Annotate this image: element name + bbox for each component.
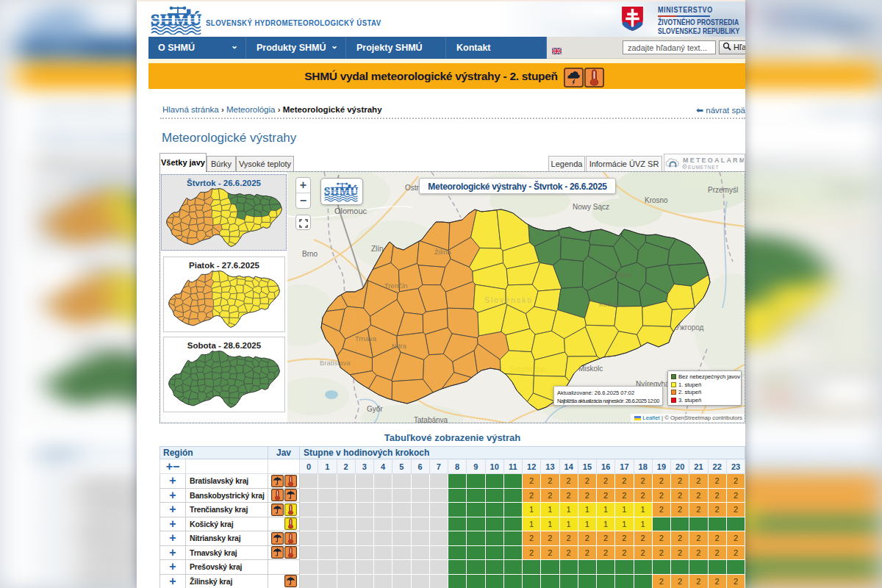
svg-text:Trenčín: Trenčín bbox=[384, 282, 408, 290]
svg-text:EUMETNET: EUMETNET bbox=[688, 165, 719, 170]
svg-text:Slovensko: Slovensko bbox=[484, 295, 533, 304]
svg-text:Tatabánya: Tatabánya bbox=[414, 416, 448, 423]
svg-text:Košice: Košice bbox=[599, 300, 620, 308]
svg-text:Győr: Győr bbox=[367, 405, 383, 413]
svg-text:Žilina: Žilina bbox=[434, 248, 451, 256]
svg-text:Przemyśl: Przemyśl bbox=[708, 186, 738, 194]
svg-text:Nitra: Nitra bbox=[392, 342, 407, 350]
svg-text:Trnava: Trnava bbox=[355, 334, 377, 343]
svg-text:METEOALARM: METEOALARM bbox=[792, 157, 880, 164]
svg-text:EUMETNET: EUMETNET bbox=[799, 165, 844, 170]
svg-text:Olomouc: Olomouc bbox=[334, 207, 368, 215]
svg-text:Prešov: Prešov bbox=[609, 270, 631, 279]
svg-text:Ужгород: Ужгород bbox=[675, 323, 704, 331]
svg-text:METEOALARM: METEOALARM bbox=[683, 157, 744, 164]
svg-text:Bratislava: Bratislava bbox=[320, 359, 351, 367]
svg-text:Brno: Brno bbox=[302, 250, 318, 258]
svg-text:Zlín: Zlín bbox=[371, 245, 384, 253]
svg-text:Nowy Sącz: Nowy Sącz bbox=[573, 203, 609, 211]
svg-text:Krosno: Krosno bbox=[645, 196, 668, 204]
svg-text:Przemyśl: Przemyśl bbox=[828, 186, 872, 194]
svg-text:Ужгород: Ужгород bbox=[781, 323, 822, 331]
